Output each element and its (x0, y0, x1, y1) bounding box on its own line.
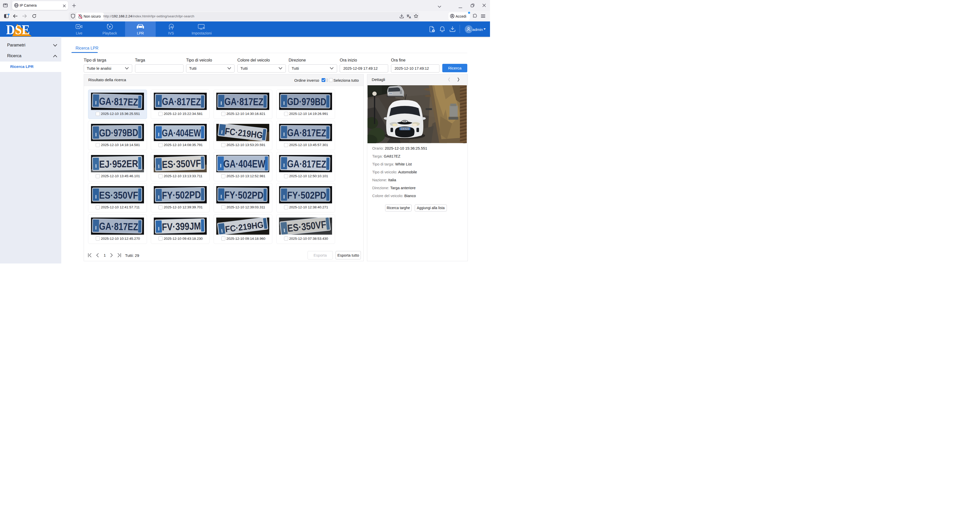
svg-text:GD·979BD: GD·979BD (99, 127, 138, 139)
svg-text:GA·817EZ: GA·817EZ (99, 96, 138, 108)
svg-text:GA·817EZ: GA·817EZ (99, 220, 138, 232)
svg-text:?: ? (433, 29, 434, 32)
svg-text:GA·404EW: GA·404EW (223, 158, 266, 170)
svg-text:GA·817EZ: GA·817EZ (287, 127, 326, 139)
svg-text:FY·502PD: FY·502PD (287, 189, 326, 201)
svg-text:GA-817EZ: GA-817EZ (401, 128, 409, 130)
svg-text:EJ·952ER: EJ·952ER (99, 158, 138, 170)
svg-text:FV·399JM: FV·399JM (162, 220, 201, 232)
svg-text:AI: AI (170, 26, 173, 29)
svg-text:ES·350VF: ES·350VF (99, 189, 138, 201)
svg-text:DSE: DSE (6, 23, 30, 37)
svg-text:FY·502PD: FY·502PD (224, 189, 264, 201)
svg-text:GA·817EZ: GA·817EZ (287, 158, 326, 170)
svg-text:GA·404EW: GA·404EW (162, 127, 201, 139)
svg-text:FY·502PD: FY·502PD (162, 189, 201, 201)
svg-text:KIA: KIA (403, 121, 406, 123)
svg-text:A: A (409, 16, 411, 19)
svg-text:ES·350VF: ES·350VF (162, 158, 201, 170)
svg-text:GA·817EZ: GA·817EZ (162, 96, 201, 108)
svg-text:GD·979BD: GD·979BD (287, 96, 326, 107)
svg-text:GA·817EZ: GA·817EZ (224, 96, 264, 108)
